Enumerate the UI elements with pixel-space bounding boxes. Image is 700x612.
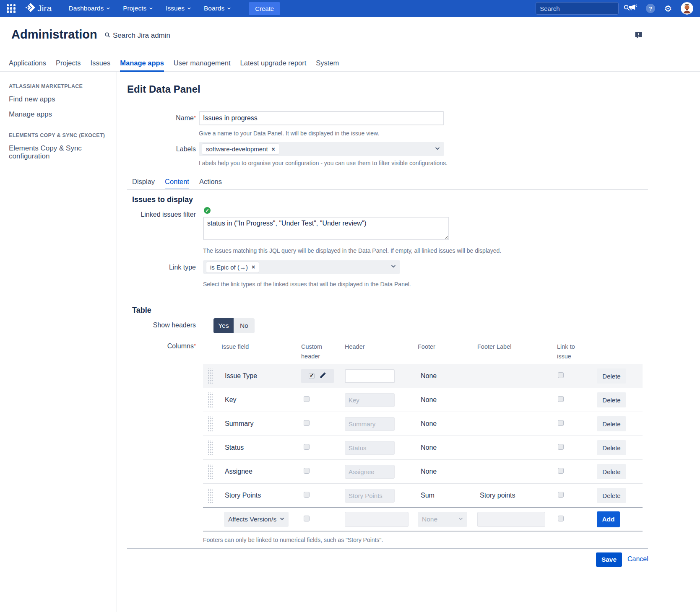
gear-icon[interactable]: ⚙ [664, 4, 672, 13]
panel-tabs: Display Content Actions [132, 178, 222, 190]
tab-display[interactable]: Display [132, 178, 155, 190]
custom-header-checkbox[interactable] [304, 420, 310, 426]
admin-search[interactable]: Search Jira admin [104, 31, 170, 40]
toggle-no[interactable]: No [234, 318, 255, 333]
filter-help-text: The issues matching this JQL query will … [203, 247, 501, 254]
nav-boards[interactable]: Boards [204, 5, 231, 12]
link-to-issue-checkbox[interactable] [558, 420, 564, 426]
labels-label: Labels [127, 145, 196, 153]
table-heading: Table [132, 306, 151, 315]
table-row-summary: Summary None Delete [203, 412, 643, 436]
show-headers-label: Show headers [127, 322, 196, 329]
help-icon[interactable]: ? [646, 4, 655, 13]
footer-value: None [418, 444, 477, 451]
delete-button[interactable]: Delete [597, 440, 626, 455]
header-input-summary[interactable] [345, 417, 395, 431]
tab-latest-upgrade-report[interactable]: Latest upgrade report [240, 57, 307, 72]
custom-header-checkbox[interactable] [309, 373, 315, 379]
tab-projects[interactable]: Projects [56, 57, 81, 72]
chip-remove-icon[interactable]: × [252, 264, 255, 270]
drag-handle[interactable] [207, 488, 213, 503]
footer-value: None [418, 372, 477, 380]
link-to-issue-checkbox[interactable] [558, 492, 564, 498]
feedback-icon[interactable] [634, 31, 643, 41]
jql-filter-textarea[interactable]: status in ("In Progress", "Under Test", … [203, 217, 449, 240]
tab-applications[interactable]: Applications [9, 57, 46, 72]
issue-field-select[interactable]: Affects Version/s [224, 512, 289, 527]
nav-issues[interactable]: Issues [166, 5, 191, 12]
show-headers-toggle: Yes No [213, 318, 255, 333]
nav-dashboards[interactable]: Dashboards [69, 5, 111, 12]
navbar-right: ? ⚙ [536, 2, 693, 15]
name-input[interactable] [199, 111, 444, 125]
required-asterisk: * [194, 342, 196, 349]
link-type-select[interactable]: is Epic of (→) × [203, 260, 400, 274]
issue-field-name: Story Points [221, 492, 301, 499]
delete-button[interactable]: Delete [597, 464, 626, 479]
toggle-yes[interactable]: Yes [213, 318, 234, 333]
issue-field-name: Key [221, 396, 301, 404]
drag-handle[interactable] [207, 392, 213, 407]
link-to-issue-checkbox[interactable] [558, 372, 564, 378]
delete-button[interactable]: Delete [597, 488, 626, 503]
sidebar-heading-elements: ELEMENTS COPY & SYNC (EXOCET) [9, 132, 105, 138]
header-input-assignee[interactable] [345, 465, 395, 479]
custom-header-checkbox[interactable] [304, 516, 310, 521]
tab-issues[interactable]: Issues [91, 57, 111, 72]
header-input-status[interactable] [345, 441, 395, 455]
drag-handle[interactable] [207, 464, 213, 479]
pencil-icon[interactable] [320, 372, 326, 380]
nav-projects[interactable]: Projects [123, 5, 153, 12]
new-header-input[interactable] [345, 512, 409, 527]
delete-button[interactable]: Delete [597, 392, 626, 407]
drag-handle[interactable] [207, 440, 213, 455]
labels-select[interactable]: software-development × [199, 142, 444, 156]
navbar-search-input[interactable] [540, 5, 623, 12]
sidebar-item-manage-apps[interactable]: Manage apps [9, 110, 99, 118]
app-switcher-icon[interactable] [7, 4, 16, 13]
jira-logo[interactable]: Jira [25, 2, 52, 15]
link-to-issue-checkbox[interactable] [558, 516, 564, 521]
chevron-down-icon [187, 5, 191, 12]
tab-system[interactable]: System [316, 57, 339, 72]
search-icon [104, 31, 110, 40]
tab-manage-apps[interactable]: Manage apps [120, 57, 164, 72]
delete-button[interactable]: Delete [597, 368, 626, 384]
link-to-issue-checkbox[interactable] [558, 444, 564, 450]
header-input-issue-type[interactable] [345, 369, 395, 383]
tab-user-management[interactable]: User management [174, 57, 231, 72]
tab-content[interactable]: Content [165, 178, 189, 190]
link-to-issue-checkbox[interactable] [558, 396, 564, 402]
table-row-assignee: Assignee None Delete [203, 459, 643, 483]
custom-header-checkbox[interactable] [304, 444, 310, 450]
add-button[interactable]: Add [597, 511, 620, 527]
custom-header-checkbox[interactable] [304, 492, 310, 498]
linked-issues-filter-label: Linked issues filter [127, 211, 196, 218]
custom-header-checkbox[interactable] [304, 396, 310, 402]
footer-label-value: Story points [477, 492, 557, 499]
cancel-link[interactable]: Cancel [627, 555, 648, 563]
page-title: Administration [11, 28, 97, 41]
tab-actions[interactable]: Actions [199, 178, 222, 190]
navbar-search[interactable] [536, 2, 619, 15]
megaphone-icon[interactable] [627, 3, 637, 14]
create-button[interactable]: Create [249, 2, 280, 15]
sidebar-item-find-new-apps[interactable]: Find new apps [9, 95, 99, 103]
avatar[interactable] [681, 2, 693, 15]
chevron-down-icon [106, 5, 110, 12]
footer-select[interactable]: None [418, 512, 467, 527]
header-footer: Footer [418, 342, 477, 361]
delete-button[interactable]: Delete [597, 416, 626, 431]
drag-handle[interactable] [207, 416, 213, 431]
header-input-story-points[interactable] [345, 489, 395, 503]
save-button[interactable]: Save [596, 552, 622, 567]
sidebar-item-elements-configuration[interactable]: Elements Copy & Sync configuration [9, 144, 99, 160]
link-to-issue-checkbox[interactable] [558, 468, 564, 474]
chip-remove-icon[interactable]: × [272, 146, 275, 152]
top-navbar: Jira Dashboards Projects Issues Boards [0, 0, 700, 17]
new-footer-label-input[interactable] [477, 512, 545, 527]
jira-logo-icon [25, 2, 36, 15]
custom-header-checkbox[interactable] [304, 468, 310, 474]
drag-handle[interactable] [207, 368, 213, 384]
header-input-key[interactable] [345, 393, 395, 407]
